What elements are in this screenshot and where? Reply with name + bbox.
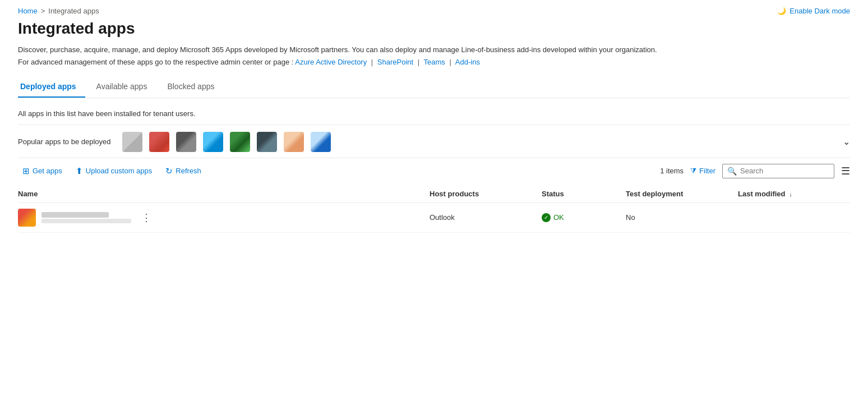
app-name-block — [41, 212, 131, 223]
get-apps-icon: ⊞ — [22, 166, 30, 176]
row-test-deployment: No — [626, 213, 738, 222]
status-ok-badge: ✓ OK — [542, 213, 626, 222]
filter-button[interactable]: ⧩ Filter — [690, 167, 715, 176]
popular-app-icon-6[interactable] — [257, 132, 277, 152]
search-box[interactable]: 🔍 — [722, 164, 834, 178]
popular-app-icon-5[interactable] — [230, 132, 250, 152]
popular-app-icon-2[interactable] — [149, 132, 169, 152]
popular-app-icon-4[interactable] — [203, 132, 223, 152]
top-bar: Home > Integrated apps 🌙 Enable Dark mod… — [0, 0, 868, 20]
refresh-icon: ↻ — [165, 166, 173, 176]
filter-icon: ⧩ — [690, 167, 696, 176]
status-label: OK — [553, 213, 564, 222]
tab-deployed[interactable]: Deployed apps — [18, 77, 85, 98]
name-cell: ⋮ — [18, 209, 430, 227]
row-more-button[interactable]: ⋮ — [137, 211, 156, 224]
popular-app-icon-7[interactable] — [284, 132, 304, 152]
refresh-button[interactable]: ↻ Refresh — [161, 164, 206, 178]
col-status: Status — [542, 190, 626, 198]
col-host-products: Host products — [430, 190, 542, 198]
home-link[interactable]: Home — [18, 7, 38, 15]
dark-mode-label: Enable Dark mode — [789, 7, 850, 15]
upload-icon: ⬆ — [76, 166, 83, 176]
items-count: 1 items — [660, 167, 684, 175]
upload-label: Upload custom apps — [86, 167, 153, 175]
sort-icon: ↓ — [789, 191, 792, 197]
breadcrumb: Home > Integrated apps — [18, 7, 99, 15]
col-name: Name — [18, 190, 430, 198]
table-row: ⋮ Outlook ✓ OK No — [18, 203, 850, 233]
grid-view-button[interactable]: ☰ — [841, 165, 850, 177]
main-content: Integrated apps Discover, purchase, acqu… — [0, 20, 868, 251]
tenant-note: All apps in this list have been installe… — [18, 105, 850, 125]
description-line2: For advanced management of these apps go… — [18, 58, 850, 66]
moon-icon: 🌙 — [777, 7, 786, 15]
dark-mode-toggle[interactable]: 🌙 Enable Dark mode — [777, 7, 850, 15]
tab-blocked[interactable]: Blocked apps — [165, 77, 223, 98]
toolbar-right: 1 items ⧩ Filter 🔍 ☰ — [660, 164, 850, 178]
breadcrumb-current: Integrated apps — [48, 7, 99, 15]
app-name-primary-placeholder — [41, 212, 109, 218]
row-host-products: Outlook — [430, 213, 542, 222]
popular-app-icon-1[interactable] — [122, 132, 142, 152]
sharepoint-link[interactable]: SharePoint — [377, 58, 413, 66]
sep3: | — [450, 58, 451, 66]
popular-label: Popular apps to be deployed — [18, 137, 111, 146]
breadcrumb-separator: > — [41, 7, 45, 15]
app-row-icon — [18, 209, 36, 227]
upload-custom-apps-button[interactable]: ⬆ Upload custom apps — [71, 164, 157, 178]
teams-link[interactable]: Teams — [424, 58, 445, 66]
popular-app-icon-8[interactable] — [311, 132, 331, 152]
col-test-deployment: Test deployment — [626, 190, 738, 198]
filter-label: Filter — [699, 167, 715, 175]
tab-bar: Deployed apps Available apps Blocked app… — [18, 77, 850, 98]
search-input[interactable] — [740, 167, 829, 175]
description-line1: Discover, purchase, acquire, manage, and… — [18, 44, 850, 56]
get-apps-label: Get apps — [33, 167, 62, 175]
app-name-secondary-placeholder — [41, 219, 131, 223]
popular-apps-section: Popular apps to be deployed ⌄ — [18, 125, 850, 158]
toolbar: ⊞ Get apps ⬆ Upload custom apps ↻ Refres… — [18, 158, 850, 185]
popular-app-icon-3[interactable] — [176, 132, 196, 152]
page-title: Integrated apps — [18, 20, 850, 38]
sep1: | — [371, 58, 373, 66]
popular-apps-left: Popular apps to be deployed — [18, 132, 331, 152]
tab-available[interactable]: Available apps — [94, 77, 156, 98]
ok-icon: ✓ — [542, 213, 551, 222]
popular-section-collapse[interactable]: ⌄ — [843, 136, 850, 147]
refresh-label: Refresh — [176, 167, 201, 175]
sep2: | — [418, 58, 419, 66]
search-icon: 🔍 — [727, 167, 737, 176]
get-apps-button[interactable]: ⊞ Get apps — [18, 164, 67, 178]
azure-ad-link[interactable]: Azure Active Directory — [295, 58, 367, 66]
col-last-modified[interactable]: Last modified ↓ — [738, 190, 850, 198]
row-status: ✓ OK — [542, 213, 626, 222]
table-header: Name Host products Status Test deploymen… — [18, 185, 850, 203]
addins-link[interactable]: Add-ins — [455, 58, 480, 66]
